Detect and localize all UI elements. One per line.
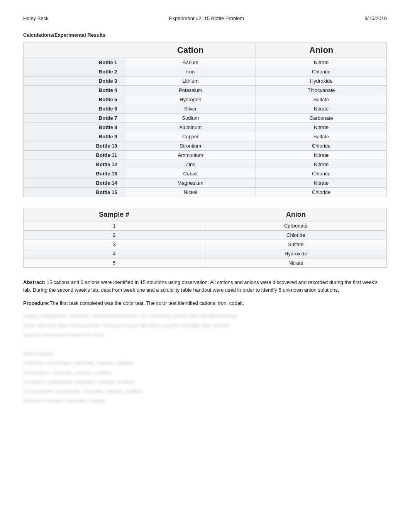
bottle-row: Bottle 12 Zinc Nitrate <box>24 160 387 169</box>
bottle-row: Bottle 14 Magnesium Nitrate <box>24 178 387 188</box>
blurred-line: 3) Lithium: (carbonate), (chloride), (ni… <box>23 379 387 386</box>
sample-number: 4 <box>24 249 205 258</box>
bottle-row: Bottle 13 Cobalt Chloride <box>24 169 387 178</box>
bottle-label: Bottle 13 <box>24 169 125 178</box>
bottle-label: Bottle 14 <box>24 178 125 188</box>
sample-row: 4 Hydroxide <box>24 249 387 258</box>
bottle-label: Bottle 15 <box>24 188 125 197</box>
blurred-line: reactions observed in week one of lab. <box>23 331 387 339</box>
sample-row: 1 Carbonate <box>24 221 387 231</box>
bottle-anion: Sulfate <box>256 132 387 141</box>
sample-number: 2 <box>24 231 205 240</box>
bottle-label: Bottle 5 <box>24 95 125 104</box>
bottle-label: Bottle 11 <box>24 151 125 160</box>
bottle-row: Bottle 6 Silver Nitrate <box>24 104 387 114</box>
bottle-cation: Nickel <box>125 188 256 197</box>
blurred-line: 4) Ammonium: (carbonate), (chloride), (n… <box>23 388 387 395</box>
bottle-anion: Nitrate <box>256 178 387 188</box>
blurred-line: 5) Barium: (nitrate), (chloride), (sulfa… <box>23 398 387 405</box>
experiment-date: 9/15/2019 <box>364 15 387 21</box>
blurred-line: flame tests and other chemical tests. Th… <box>23 322 387 330</box>
experiment-title: Experiment #2: 15 Bottle Problem <box>169 15 244 21</box>
bottle-cation: Lithium <box>125 76 256 86</box>
bottle-cation: Aluminum <box>125 123 256 132</box>
bottle-label: Bottle 8 <box>24 123 125 132</box>
procedure-text: The first task completed was the color t… <box>50 300 244 306</box>
sample-col-header-number: Sample # <box>24 208 205 221</box>
sample-anion: Hydroxide <box>205 249 387 258</box>
bottle-col-header-cation: Cation <box>125 43 256 58</box>
sample-number: 5 <box>24 258 205 268</box>
bottle-anion: Carbonate <box>256 114 387 123</box>
bottle-anion: Chloride <box>256 141 387 151</box>
abstract-text: 15 cations and 6 anions were identified … <box>23 279 378 293</box>
bottle-cation: Strontium <box>125 141 256 151</box>
section-title: Calculations/Experimental Results <box>23 32 387 38</box>
page-header: Haley Beck Experiment #2: 15 Bottle Prob… <box>23 15 387 21</box>
blurred-line: Data Analysis: <box>23 350 387 358</box>
bottle-label: Bottle 9 <box>24 132 125 141</box>
sample-row: 3 Sulfate <box>24 240 387 249</box>
sample-anion: Sulfate <box>205 240 387 249</box>
sample-number: 1 <box>24 221 205 231</box>
blurred-line: 1) Barium: (carbonate), (chloride), (nit… <box>23 360 387 367</box>
bottle-label: Bottle 7 <box>24 114 125 123</box>
bottle-table: Cation Anion Bottle 1 Barium Nitrate Bot… <box>23 42 387 197</box>
bottle-anion: Chloride <box>256 67 387 76</box>
bottle-row: Bottle 7 Sodium Carbonate <box>24 114 387 123</box>
blurred-line: copper, manganese, chromium, nickel and … <box>23 313 387 320</box>
bottle-label: Bottle 6 <box>24 104 125 114</box>
bottle-row: Bottle 4 Potassium Thiocyanate <box>24 86 387 95</box>
bottle-row: Bottle 3 Lithium Hydroxide <box>24 76 387 86</box>
sample-anion: Chloride <box>205 231 387 240</box>
bottle-label: Bottle 3 <box>24 76 125 86</box>
bottle-cation: Hydrogen <box>125 95 256 104</box>
bottle-label: Bottle 12 <box>24 160 125 169</box>
bottle-row: Bottle 10 Strontium Chloride <box>24 141 387 151</box>
bottle-cation: Copper <box>125 132 256 141</box>
blurred-line: 2) Strontium: (chloride), (nitrate), (su… <box>23 369 387 377</box>
bottle-cation: Cobalt <box>125 169 256 178</box>
bottle-row: Bottle 11 Ammonium Nitrate <box>24 151 387 160</box>
bottle-row: Bottle 15 Nickel Chloride <box>24 188 387 197</box>
abstract-section: Abstract: 15 cations and 6 anions were i… <box>23 279 387 294</box>
bottle-col-header-anion: Anion <box>256 43 387 58</box>
bottle-cation: Potassium <box>125 86 256 95</box>
bottle-cation: Magnesium <box>125 178 256 188</box>
bottle-cation: Iron <box>125 67 256 76</box>
sample-row: 2 Chloride <box>24 231 387 240</box>
bottle-cation: Ammonium <box>125 151 256 160</box>
bottle-row: Bottle 5 Hydrogen Sulfate <box>24 95 387 104</box>
procedure-label: Procedure: <box>23 300 50 306</box>
bottle-anion: Thiocyanate <box>256 86 387 95</box>
bottle-anion: Nitrate <box>256 58 387 67</box>
sample-row: 5 Nitrate <box>24 258 387 268</box>
sample-table: Sample # Anion 1 Carbonate 2 Chloride 3 … <box>23 208 387 268</box>
bottle-row: Bottle 9 Copper Sulfate <box>24 132 387 141</box>
bottle-cation: Zinc <box>125 160 256 169</box>
bottle-label: Bottle 10 <box>24 141 125 151</box>
bottle-anion: Chloride <box>256 188 387 197</box>
bottle-anion: Chloride <box>256 169 387 178</box>
blurred-content: copper, manganese, chromium, nickel and … <box>23 313 387 405</box>
author-name: Haley Beck <box>23 15 49 21</box>
blurred-line <box>23 341 387 348</box>
bottle-label: Bottle 4 <box>24 86 125 95</box>
bottle-row: Bottle 1 Barium Nitrate <box>24 58 387 67</box>
sample-anion: Carbonate <box>205 221 387 231</box>
bottle-row: Bottle 8 Aluminum Nitrate <box>24 123 387 132</box>
bottle-cation: Barium <box>125 58 256 67</box>
bottle-cation: Sodium <box>125 114 256 123</box>
bottle-anion: Nitrate <box>256 104 387 114</box>
procedure-section: Procedure:The first task completed was t… <box>23 299 387 307</box>
bottle-anion: Nitrate <box>256 151 387 160</box>
sample-col-header-anion: Anion <box>205 208 387 221</box>
sample-number: 3 <box>24 240 205 249</box>
bottle-label: Bottle 2 <box>24 67 125 76</box>
bottle-anion: Sulfate <box>256 95 387 104</box>
bottle-anion: Nitrate <box>256 123 387 132</box>
sample-anion: Nitrate <box>205 258 387 268</box>
abstract-label: Abstract: <box>23 279 45 285</box>
bottle-col-header-empty <box>24 43 125 58</box>
bottle-row: Bottle 2 Iron Chloride <box>24 67 387 76</box>
